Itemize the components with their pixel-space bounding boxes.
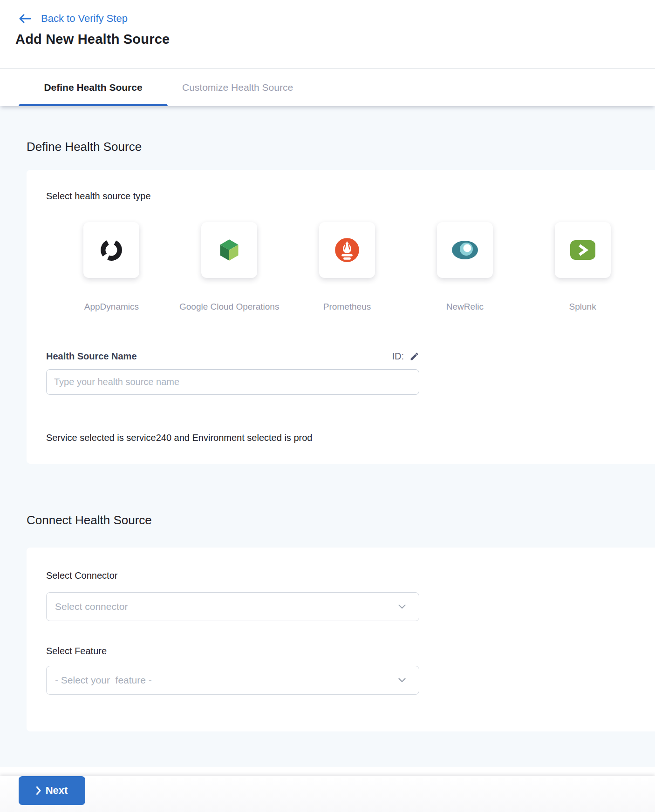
tab-define-health-source[interactable]: Define Health Source bbox=[19, 82, 168, 93]
connect-health-source-card: Select Connector Select connector Select… bbox=[27, 548, 655, 731]
source-label: AppDynamics bbox=[84, 301, 139, 312]
back-link-label[interactable]: Back to Verify Step bbox=[41, 13, 128, 25]
next-button[interactable]: Next bbox=[19, 776, 85, 805]
page-title: Add New Health Source bbox=[15, 32, 655, 47]
connector-select[interactable]: Select connector bbox=[46, 592, 419, 621]
source-option-splunk: Splunk bbox=[530, 222, 635, 312]
appdynamics-tile[interactable] bbox=[83, 222, 139, 278]
google-cloud-operations-tile[interactable] bbox=[201, 222, 257, 278]
chevron-down-icon bbox=[398, 678, 406, 683]
source-label: Google Cloud Operations bbox=[179, 301, 279, 312]
tab-bar: Define Health Source Customize Health So… bbox=[0, 69, 655, 106]
source-option-appdynamics: AppDynamics bbox=[59, 222, 164, 312]
id-label: ID: bbox=[392, 351, 404, 362]
health-source-name-row: Health Source Name ID: bbox=[46, 350, 419, 363]
health-source-name-input[interactable] bbox=[46, 369, 419, 395]
health-source-type-row: AppDynamics Google Cloud Operations bbox=[59, 222, 635, 312]
splunk-icon bbox=[570, 240, 595, 260]
source-label: Splunk bbox=[569, 301, 596, 312]
health-source-name-label: Health Source Name bbox=[46, 350, 137, 363]
back-arrow-icon bbox=[18, 13, 32, 24]
tab-customize-health-source[interactable]: Customize Health Source bbox=[182, 82, 293, 93]
prometheus-icon bbox=[334, 237, 360, 263]
newrelic-tile[interactable] bbox=[437, 222, 493, 278]
connector-select-placeholder: Select connector bbox=[55, 601, 128, 612]
service-environment-text: Service selected is service240 and Envir… bbox=[46, 432, 635, 443]
splunk-tile[interactable] bbox=[555, 222, 611, 278]
back-to-verify-link[interactable]: Back to Verify Step bbox=[0, 0, 655, 25]
source-label: NewRelic bbox=[446, 301, 484, 312]
appdynamics-icon bbox=[100, 238, 123, 262]
define-section-heading: Define Health Source bbox=[27, 106, 655, 155]
connect-section-heading: Connect Health Source bbox=[27, 512, 655, 528]
feature-select-placeholder: - Select your feature - bbox=[55, 675, 152, 686]
source-option-google-cloud-operations: Google Cloud Operations bbox=[177, 222, 282, 312]
newrelic-icon bbox=[451, 240, 478, 260]
feature-select[interactable]: - Select your feature - bbox=[46, 666, 419, 695]
source-option-prometheus: Prometheus bbox=[294, 222, 400, 312]
select-connector-label: Select Connector bbox=[46, 570, 635, 581]
source-option-newrelic: NewRelic bbox=[412, 222, 518, 312]
next-button-label: Next bbox=[46, 785, 68, 797]
id-group: ID: bbox=[392, 351, 419, 362]
page-header: Back to Verify Step Add New Health Sourc… bbox=[0, 0, 655, 69]
active-tab-underline bbox=[19, 104, 168, 106]
select-type-label: Select health source type bbox=[46, 190, 635, 202]
select-feature-label: Select Feature bbox=[46, 645, 635, 656]
chevron-down-icon bbox=[398, 604, 406, 609]
main-content: Define Health Source Select health sourc… bbox=[0, 106, 655, 767]
source-label: Prometheus bbox=[323, 301, 371, 312]
edit-id-pencil-icon[interactable] bbox=[409, 352, 419, 361]
footer-bar: Next bbox=[0, 776, 655, 812]
google-cloud-operations-icon bbox=[217, 238, 241, 262]
define-health-source-card: Select health source type AppDynamics bbox=[27, 170, 655, 464]
prometheus-tile[interactable] bbox=[319, 222, 375, 278]
next-chevron-icon bbox=[36, 786, 41, 795]
